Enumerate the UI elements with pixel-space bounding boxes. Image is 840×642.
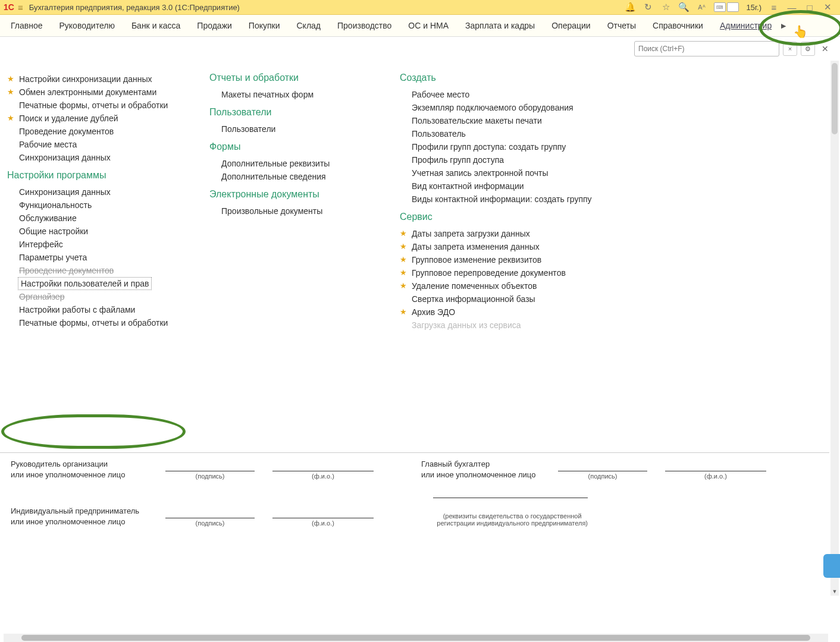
vertical-scrollbar[interactable]: ▲ ▼ bbox=[830, 61, 839, 596]
menu-item[interactable]: Экземпляр подключаемого оборудования bbox=[400, 101, 590, 114]
menu-item[interactable]: Синхронизация данных bbox=[7, 151, 186, 164]
menu-item[interactable]: Загрузка данных из сервиса bbox=[400, 319, 590, 332]
menu-item[interactable]: Групповое изменение реквизитов bbox=[400, 253, 590, 266]
group-service: Сервис bbox=[400, 212, 590, 222]
menu-item[interactable]: Свертка информационной базы bbox=[400, 292, 590, 306]
minimize-icon[interactable]: — bbox=[785, 1, 799, 13]
sig-label-ip: Индивидуальный предпринимательили иное у… bbox=[11, 506, 148, 527]
menu-item[interactable]: Обслуживание bbox=[7, 212, 186, 225]
keyboard-hint: ⌨ bbox=[714, 2, 739, 12]
menu-item[interactable]: Настройки синхронизации данных bbox=[7, 73, 186, 86]
nav-operations[interactable]: Операции bbox=[543, 15, 599, 36]
menu-item[interactable]: Удаление помеченных объектов bbox=[400, 279, 590, 292]
menu-item[interactable]: Рабочие места bbox=[7, 138, 186, 151]
floating-help-button[interactable] bbox=[823, 554, 840, 578]
menu-item-users-rights[interactable]: Настройки пользователей и прав bbox=[18, 277, 152, 290]
menu-item[interactable]: Пользовательские макеты печати bbox=[400, 114, 590, 127]
menu-item[interactable]: Даты запрета загрузки данных bbox=[400, 227, 590, 240]
menu-item[interactable]: Поиск и удаление дублей bbox=[7, 112, 186, 125]
close-icon[interactable]: ✕ bbox=[820, 1, 835, 13]
nav-catalogs[interactable]: Справочники bbox=[644, 15, 712, 36]
menu-item[interactable]: Виды контактной информации: создать груп… bbox=[400, 193, 590, 206]
menu-column-3: Создать Рабочее место Экземпляр подключа… bbox=[400, 73, 590, 423]
sig-line-fio: (ф.и.о.) bbox=[272, 471, 374, 480]
nav-bank[interactable]: Банк и касса bbox=[123, 15, 189, 36]
nav-sales[interactable]: Продажи bbox=[189, 15, 240, 36]
nav-assets[interactable]: ОС и НМА bbox=[400, 15, 457, 36]
menu-item[interactable]: Групповое перепроведение документов bbox=[400, 266, 590, 279]
menu-item[interactable]: Произвольные документы bbox=[209, 204, 376, 218]
nav-payroll[interactable]: Зарплата и кадры bbox=[457, 15, 543, 36]
history-icon[interactable]: ↻ bbox=[641, 1, 655, 13]
menu-item[interactable]: Пользователи bbox=[209, 122, 376, 136]
panel-close-button[interactable]: ✕ bbox=[819, 42, 832, 55]
group-forms: Формы bbox=[209, 141, 376, 152]
document-footer: Руководитель организацииили иное уполном… bbox=[0, 452, 829, 631]
sig-line-fio: (ф.и.о.) bbox=[272, 518, 374, 527]
hamburger-icon[interactable]: ≡ bbox=[18, 2, 23, 12]
nav-purchases[interactable]: Покупки bbox=[240, 15, 289, 36]
nav-production[interactable]: Производство bbox=[329, 15, 400, 36]
maximize-icon[interactable]: □ bbox=[803, 1, 817, 13]
logo-1c: 1C bbox=[4, 2, 14, 12]
sig-label-director: Руководитель организацииили иное уполном… bbox=[11, 459, 148, 480]
menu-item[interactable]: Макеты печатных форм bbox=[209, 88, 376, 101]
sig-line-fio: (ф.и.о.) bbox=[665, 471, 766, 480]
nav-scroll-right-icon[interactable]: ▶ bbox=[780, 22, 787, 30]
admin-menu-panel: Настройки синхронизации данных Обмен эле… bbox=[0, 61, 840, 642]
clear-search-button[interactable]: × bbox=[783, 42, 797, 56]
hscroll-thumb[interactable] bbox=[21, 635, 810, 641]
menu-item[interactable]: Печатные формы, отчеты и обработки bbox=[7, 99, 186, 112]
sig-note: (реквизиты свидетельства о государственн… bbox=[437, 512, 588, 527]
menu-item[interactable]: Вид контактной информации bbox=[400, 180, 590, 193]
scrollbar-thumb[interactable] bbox=[832, 63, 838, 134]
panel-toolbar: × ⚙ ✕ bbox=[0, 37, 840, 61]
menu-icon[interactable]: ≡ bbox=[767, 1, 781, 13]
menu-item[interactable]: Даты запрета изменения данных bbox=[400, 240, 590, 253]
menu-item[interactable]: Печатные формы, отчеты и обработки bbox=[7, 316, 186, 329]
search-input[interactable] bbox=[634, 41, 779, 56]
scroll-down-icon[interactable]: ▼ bbox=[830, 587, 839, 596]
menu-item[interactable]: Профили групп доступа: создать группу bbox=[400, 140, 590, 153]
horizontal-scrollbar[interactable] bbox=[4, 634, 828, 642]
titlebar: 1C ≡ Бухгалтерия предприятия, редакция 3… bbox=[0, 0, 840, 15]
main-navbar: Главное Руководителю Банк и касса Продаж… bbox=[0, 15, 840, 37]
menu-item[interactable]: Пользователь bbox=[400, 127, 590, 140]
menu-column-2: Отчеты и обработки Макеты печатных форм … bbox=[209, 73, 376, 423]
menu-item[interactable]: Рабочее место bbox=[400, 88, 590, 101]
menu-item[interactable]: Параметры учета bbox=[7, 251, 186, 264]
group-users: Пользователи bbox=[209, 107, 376, 118]
menu-item[interactable]: Учетная запись электронной почты bbox=[400, 166, 590, 180]
nav-warehouse[interactable]: Склад bbox=[288, 15, 329, 36]
menu-item[interactable]: Дополнительные реквизиты bbox=[209, 157, 376, 170]
menu-item[interactable]: Настройки работы с файлами bbox=[7, 303, 186, 316]
window-title: Бухгалтерия предприятия, редакция 3.0 (1… bbox=[29, 3, 240, 12]
nav-main[interactable]: Главное bbox=[2, 15, 51, 36]
bell-icon[interactable]: 🔔 bbox=[623, 1, 637, 13]
menu-item[interactable]: Обмен электронными документами bbox=[7, 86, 186, 99]
menu-item[interactable]: Функциональность bbox=[7, 199, 186, 212]
menu-item[interactable]: Интерфейс bbox=[7, 238, 186, 251]
text-size-icon[interactable]: Aᴬ bbox=[694, 1, 709, 13]
menu-item[interactable]: Органайзер bbox=[7, 290, 186, 303]
search-icon[interactable]: 🔍 bbox=[676, 1, 691, 13]
sig-line-podpis: (подпись) bbox=[165, 471, 255, 480]
menu-item[interactable]: Дополнительные сведения bbox=[209, 170, 376, 183]
sig-label-accountant: Главный бухгалтерили иное уполномоченное… bbox=[421, 459, 540, 480]
menu-item[interactable]: Проведение документов bbox=[7, 125, 186, 138]
menu-item[interactable]: Синхронизация данных bbox=[7, 185, 186, 199]
nav-administration[interactable]: Администрир bbox=[712, 15, 780, 36]
star-icon[interactable]: ☆ bbox=[659, 1, 673, 13]
menu-item[interactable]: Профиль групп доступа bbox=[400, 153, 590, 166]
menu-item[interactable]: Общие настройки bbox=[7, 225, 186, 238]
gear-icon[interactable]: ⚙ bbox=[801, 42, 815, 56]
menu-item[interactable]: Архив ЭДО bbox=[400, 306, 590, 319]
titlebar-right: 🔔 ↻ ☆ 🔍 Aᴬ ⌨ 15г.) ≡ — □ ✕ bbox=[621, 1, 836, 13]
nav-reports[interactable]: Отчеты bbox=[599, 15, 644, 36]
group-program-settings: Настройки программы bbox=[7, 170, 186, 181]
menu-columns: Настройки синхронизации данных Обмен эле… bbox=[0, 61, 840, 423]
cursor-hand-icon: 👆 bbox=[793, 24, 808, 39]
menu-column-1: Настройки синхронизации данных Обмен эле… bbox=[7, 73, 186, 423]
nav-manager[interactable]: Руководителю bbox=[51, 15, 123, 36]
menu-item[interactable]: Проведение документов bbox=[7, 264, 186, 277]
